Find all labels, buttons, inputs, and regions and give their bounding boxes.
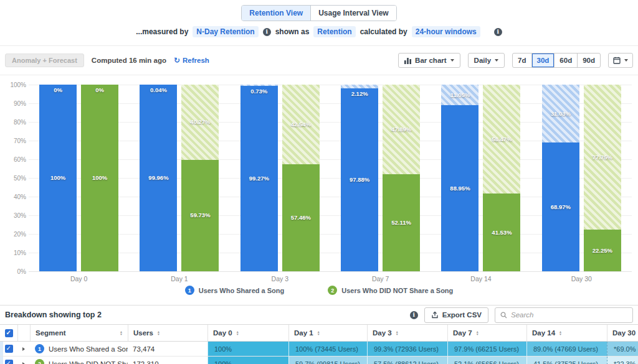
retention-cell[interactable]: 59.7% (99815 Users) bbox=[288, 357, 367, 364]
column-header-day-3[interactable]: Day 3▲▼ bbox=[367, 325, 447, 341]
retention-cell[interactable]: 97.9% (66215 Users) bbox=[447, 342, 526, 356]
anomaly-forecast-button[interactable]: Anomaly + Forecast bbox=[5, 54, 84, 67]
retention-bar-segment[interactable] bbox=[584, 230, 621, 271]
metric-selector[interactable]: N-Day Retention bbox=[193, 26, 258, 37]
range-option-30d[interactable]: 30d bbox=[531, 54, 555, 67]
bar-group-day-0: 100%0%100%0%Day 0 bbox=[29, 85, 129, 271]
sort-icon[interactable]: ▲▼ bbox=[396, 330, 399, 335]
bar-group-day-3: 99.27%0.73%57.46%42.54%Day 3 bbox=[230, 85, 330, 271]
retention-cell[interactable]: 100% bbox=[207, 342, 288, 356]
retention-bar-segment[interactable] bbox=[181, 160, 219, 271]
computed-timestamp: Computed 16 min ago bbox=[92, 57, 166, 64]
info-icon[interactable]: i bbox=[263, 28, 271, 36]
breakdown-header: Breakdown showing top 2 i Export CSV bbox=[0, 305, 638, 324]
retention-bar-segment[interactable] bbox=[483, 194, 520, 271]
range-option-7d[interactable]: 7d bbox=[513, 54, 531, 67]
sort-icon[interactable]: ▲▼ bbox=[317, 330, 320, 335]
retention-bar-segment[interactable] bbox=[140, 85, 177, 271]
retention-cell[interactable]: *69.0% (34 bbox=[607, 342, 638, 356]
refresh-button[interactable]: ↻ Refresh bbox=[174, 56, 209, 65]
retention-bar-segment[interactable] bbox=[81, 85, 118, 271]
forecast-bar-segment[interactable] bbox=[240, 85, 278, 86]
window-selector[interactable]: 24-hour windows bbox=[412, 26, 480, 37]
chart-type-dropdown[interactable]: Bar chart bbox=[398, 53, 460, 68]
chevron-down-icon bbox=[450, 59, 454, 62]
tab-retention-view[interactable]: Retention View bbox=[242, 6, 310, 21]
tab-usage-interval-view[interactable]: Usage Interval View bbox=[310, 6, 396, 21]
column-header-day-7[interactable]: Day 7▲▼ bbox=[447, 325, 526, 341]
column-header-label: Day 7 bbox=[453, 329, 472, 337]
export-csv-button[interactable]: Export CSV bbox=[424, 307, 488, 323]
granularity-dropdown[interactable]: Daily bbox=[468, 53, 505, 68]
select-all-checkbox[interactable] bbox=[5, 329, 13, 337]
forecast-bar-segment[interactable] bbox=[441, 85, 478, 105]
refresh-label: Refresh bbox=[183, 57, 209, 64]
row-checkbox[interactable] bbox=[5, 360, 13, 364]
forecast-bar-segment[interactable] bbox=[383, 85, 420, 174]
search-input[interactable] bbox=[511, 311, 627, 319]
forecast-bar-segment[interactable] bbox=[542, 85, 579, 142]
x-axis-tick: Day 14 bbox=[431, 275, 531, 282]
row-expander-icon[interactable] bbox=[22, 347, 25, 351]
expander-column-header bbox=[17, 325, 30, 341]
retention-cell[interactable]: 57.5% (88612 Users) bbox=[367, 357, 447, 364]
retention-bar-segment[interactable] bbox=[542, 142, 579, 271]
column-header-users[interactable]: Users▲▼ bbox=[128, 325, 207, 341]
retention-cell[interactable]: *22.3% (19 bbox=[607, 357, 638, 364]
retention-bar-chart: 100%90%80%70%60%50%40%30%20%10%0%100%0%1… bbox=[0, 75, 638, 305]
info-icon[interactable]: i bbox=[410, 311, 418, 319]
forecast-bar-segment[interactable] bbox=[483, 85, 520, 194]
column-header-day-30[interactable]: Day 30▲▼ bbox=[607, 325, 638, 341]
breakdown-title: Breakdown showing top 2 bbox=[5, 310, 102, 319]
range-option-60d[interactable]: 60d bbox=[554, 54, 577, 67]
x-axis-tick: Day 7 bbox=[330, 275, 431, 282]
sort-icon[interactable]: ▲▼ bbox=[120, 330, 123, 335]
date-picker-button[interactable] bbox=[608, 53, 633, 68]
retention-bar-segment[interactable] bbox=[441, 105, 478, 271]
retention-bar-segment[interactable] bbox=[383, 174, 420, 271]
refresh-icon: ↻ bbox=[174, 56, 180, 65]
retention-cell[interactable]: 89.0% (47669 Users) bbox=[526, 342, 607, 356]
info-icon[interactable]: i bbox=[494, 28, 502, 36]
column-header-day-0[interactable]: Day 0▲▼ bbox=[207, 325, 288, 341]
sort-icon[interactable]: ▲▼ bbox=[559, 330, 562, 335]
retention-bar-segment[interactable] bbox=[341, 88, 378, 271]
shown-as-selector[interactable]: Retention bbox=[313, 26, 355, 37]
row-checkbox[interactable] bbox=[5, 345, 13, 353]
table-row[interactable]: 1Users Who Shared a Song73,474100%100% (… bbox=[0, 342, 638, 357]
column-header-label: Day 0 bbox=[213, 329, 232, 337]
column-header-day-14[interactable]: Day 14▲▼ bbox=[526, 325, 607, 341]
forecast-bar-segment[interactable] bbox=[282, 85, 320, 164]
forecast-bar-segment[interactable] bbox=[341, 85, 378, 88]
retention-cell[interactable]: 100% bbox=[207, 357, 288, 364]
retention-bar-segment[interactable] bbox=[39, 85, 77, 271]
retention-cell[interactable]: 100% (73445 Users) bbox=[288, 342, 367, 356]
retention-bar-segment[interactable] bbox=[282, 164, 320, 271]
column-header-label: Day 30 bbox=[612, 329, 636, 337]
retention-cell[interactable]: 52.1% (65656 Users) bbox=[447, 357, 526, 364]
table-row[interactable]: 2Users Who DID NOT Share a Song172,31010… bbox=[0, 357, 638, 364]
y-axis-tick: 100% bbox=[1, 82, 26, 88]
measured-by-label: ...measured by bbox=[136, 27, 188, 36]
sort-icon[interactable]: ▲▼ bbox=[236, 330, 239, 335]
x-axis-tick: Day 3 bbox=[230, 275, 330, 282]
legend-item[interactable]: 1Users Who Shared a Song bbox=[185, 286, 285, 295]
users-count: 172,310 bbox=[128, 357, 207, 364]
column-header-day-1[interactable]: Day 1▲▼ bbox=[288, 325, 367, 341]
y-axis-tick: 90% bbox=[1, 100, 26, 107]
view-tabs: Retention View Usage Interval View bbox=[241, 5, 396, 21]
row-expander-icon[interactable] bbox=[22, 362, 25, 364]
range-option-90d[interactable]: 90d bbox=[577, 54, 600, 67]
forecast-bar-segment[interactable] bbox=[181, 85, 219, 160]
forecast-bar-segment[interactable] bbox=[584, 85, 621, 230]
bar-group-day-7: 97.88%2.12%52.11%47.89%Day 7 bbox=[330, 85, 431, 271]
x-axis-tick: Day 30 bbox=[531, 275, 632, 282]
retention-cell[interactable]: 99.3% (72936 Users) bbox=[367, 342, 447, 356]
column-header-segment[interactable]: Segment▲▼ bbox=[30, 325, 128, 341]
legend-item[interactable]: 2Users Who DID NOT Share a Song bbox=[328, 286, 453, 295]
retention-cell[interactable]: 41.5% (37525 Users) bbox=[526, 357, 607, 364]
sort-icon[interactable]: ▲▼ bbox=[157, 330, 160, 335]
retention-bar-segment[interactable] bbox=[240, 86, 278, 271]
sort-icon[interactable]: ▲▼ bbox=[476, 330, 479, 335]
segment-name: Users Who Shared a Song bbox=[49, 345, 128, 353]
